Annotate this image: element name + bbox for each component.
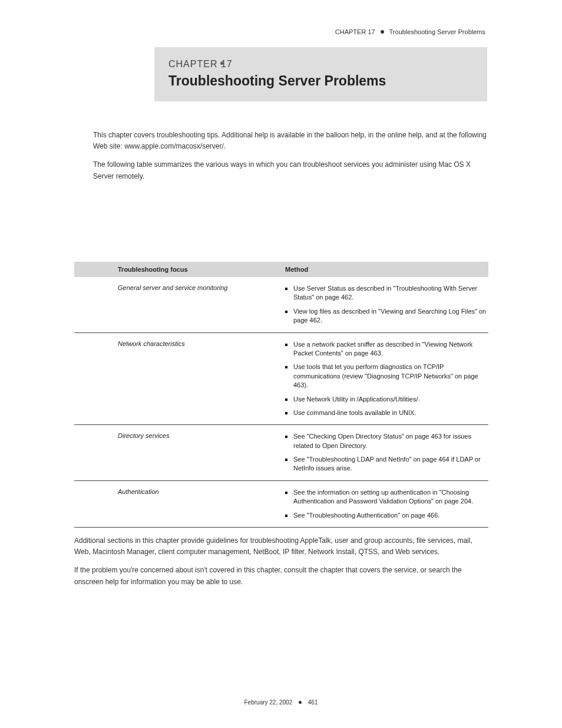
table-head: Troubleshooting focus Method — [74, 262, 488, 277]
methods-cell: Use a network packet sniffer as describe… — [285, 338, 488, 420]
header-bullet-icon — [381, 30, 384, 34]
list-item: Use command-line tools available in UNIX… — [285, 406, 488, 420]
chapter-title: Troubleshooting Server Problems — [168, 73, 386, 89]
focus-cell: Authentication — [74, 486, 285, 522]
lead-paragraph-1: This chapter covers troubleshooting tips… — [93, 130, 491, 152]
table-row: Authentication See the information on se… — [74, 481, 488, 528]
footer-bullet-icon — [299, 701, 302, 704]
focus-cell: Directory services — [74, 430, 285, 476]
kicker-bullet-icon — [220, 62, 223, 65]
footer-page-number: 461 — [308, 699, 318, 706]
list-item: Use Server Status as described in "Troub… — [285, 282, 488, 305]
list-item: Use Network Utility in /Applications/Uti… — [285, 393, 488, 406]
continued-paragraph-2: If the problem you're concerned about is… — [74, 565, 488, 587]
list-item: Use a network packet sniffer as describe… — [285, 338, 488, 361]
page-footer: February 22, 2002 461 — [0, 699, 562, 706]
list-item: See "Checking Open Directory Status" on … — [285, 430, 488, 453]
list-item: See the information on setting up authen… — [285, 486, 488, 509]
list-item: Use tools that let you perform diagnosti… — [285, 360, 488, 392]
methods-cell: Use Server Status as described in "Troub… — [285, 282, 488, 328]
focus-cell: General server and service monitoring — [74, 282, 285, 328]
lead-paragraph-2: The following table summarizes the vario… — [93, 159, 491, 182]
table-row: Network characteristics Use a network pa… — [74, 333, 488, 426]
footer-date: February 22, 2002 — [244, 699, 293, 706]
col-header-focus: Troubleshooting focus — [74, 266, 285, 273]
continued-paragraph-1: Additional sections in this chapter prov… — [74, 535, 488, 558]
table-row: General server and service monitoring Us… — [74, 277, 488, 333]
table-row: Directory services See "Checking Open Di… — [74, 425, 488, 481]
header-short-title: Troubleshooting Server Problems — [389, 28, 485, 35]
continued-paragraphs: Additional sections in this chapter prov… — [74, 535, 488, 595]
methods-cell: See "Checking Open Directory Status" on … — [285, 430, 488, 476]
list-item: See "Troubleshooting Authentication" on … — [285, 509, 488, 522]
chapter-title-banner: CHAPTER 17 Troubleshooting Server Proble… — [154, 47, 487, 101]
list-item: View log files as described in "Viewing … — [285, 305, 488, 328]
focus-cell: Network characteristics — [74, 338, 285, 420]
table-body: General server and service monitoring Us… — [74, 277, 488, 528]
list-item: See "Troubleshooting LDAP and NetInfo" o… — [285, 453, 488, 476]
running-header: CHAPTER 17 Troubleshooting Server Proble… — [335, 28, 485, 35]
header-kicker: CHAPTER 17 — [335, 28, 375, 35]
troubleshooting-table: Troubleshooting focus Method General ser… — [74, 262, 488, 528]
col-header-method: Method — [285, 266, 488, 273]
methods-cell: See the information on setting up authen… — [285, 486, 488, 522]
lead-paragraphs: This chapter covers troubleshooting tips… — [93, 130, 491, 189]
